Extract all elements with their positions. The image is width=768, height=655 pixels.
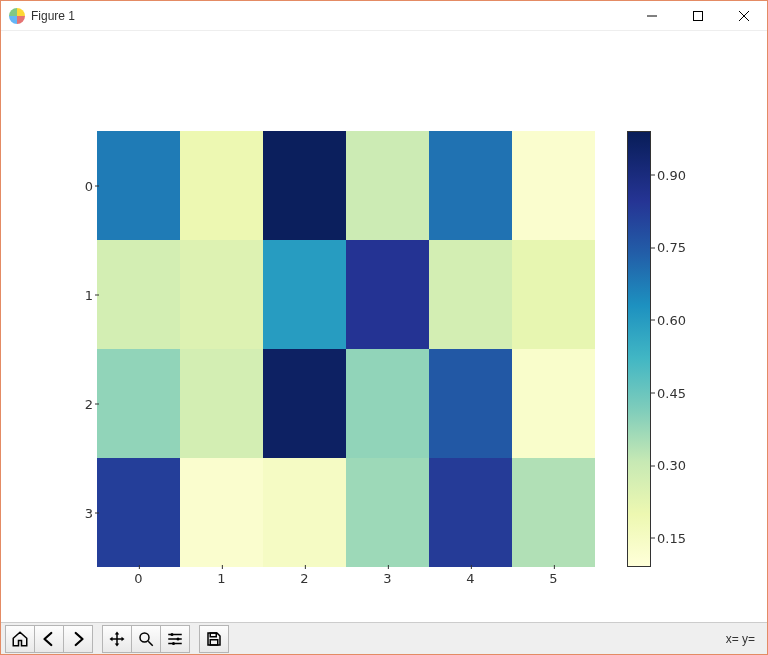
heatmap-cell — [97, 349, 180, 458]
configure-subplots-button[interactable] — [160, 625, 190, 653]
heatmap-cell — [97, 131, 180, 240]
save-icon — [205, 630, 223, 648]
svg-rect-0 — [694, 11, 703, 20]
close-button[interactable] — [721, 1, 767, 31]
x-tick-label: 0 — [134, 571, 142, 586]
heatmap-cell — [512, 349, 595, 458]
app-window: Figure 1 0123 012345 0.150.300.450.600.7… — [0, 0, 768, 655]
y-tick-label: 0 — [73, 178, 93, 193]
y-tick-label: 3 — [73, 505, 93, 520]
colorbar — [627, 131, 651, 567]
y-tick-label: 2 — [73, 396, 93, 411]
heatmap-cell — [263, 458, 346, 567]
y-tick-label: 1 — [73, 287, 93, 302]
heatmap-cell — [429, 458, 512, 567]
colorbar-tick-label: 0.30 — [657, 458, 686, 473]
move-icon — [108, 630, 126, 648]
maximize-button[interactable] — [675, 1, 721, 31]
heatmap-cell — [97, 458, 180, 567]
maximize-icon — [693, 11, 703, 21]
x-tick-label: 5 — [549, 571, 557, 586]
heatmap-cell — [346, 458, 429, 567]
zoom-icon — [137, 630, 155, 648]
x-tick-label: 3 — [383, 571, 391, 586]
pan-button[interactable] — [102, 625, 132, 653]
heatmap-cell — [180, 131, 263, 240]
heatmap-cell — [512, 458, 595, 567]
matplotlib-toolbar: x= y= — [1, 622, 767, 654]
svg-rect-6 — [210, 639, 218, 644]
home-button[interactable] — [5, 625, 35, 653]
svg-point-3 — [177, 637, 180, 640]
arrow-left-icon — [40, 630, 58, 648]
minimize-button[interactable] — [629, 1, 675, 31]
colorbar-tick-label: 0.60 — [657, 312, 686, 327]
heatmap-axes — [97, 131, 595, 567]
colorbar-tick-label: 0.75 — [657, 240, 686, 255]
heatmap-cell — [512, 131, 595, 240]
forward-button[interactable] — [63, 625, 93, 653]
colorbar-tick-label: 0.15 — [657, 530, 686, 545]
plot-canvas[interactable]: 0123 012345 0.150.300.450.600.750.90 — [1, 31, 767, 622]
svg-rect-5 — [210, 633, 216, 637]
heatmap-cell — [512, 240, 595, 349]
title-bar: Figure 1 — [1, 1, 767, 31]
back-button[interactable] — [34, 625, 64, 653]
colorbar-gradient — [628, 132, 650, 566]
svg-point-1 — [140, 633, 149, 642]
heatmap-cell — [429, 240, 512, 349]
svg-point-2 — [171, 633, 174, 636]
coordinate-readout: x= y= — [726, 632, 763, 646]
heatmap-cell — [429, 131, 512, 240]
x-tick-label: 1 — [217, 571, 225, 586]
heatmap-grid — [97, 131, 595, 567]
heatmap-cell — [180, 349, 263, 458]
svg-point-4 — [172, 642, 175, 645]
colorbar-tick-label: 0.45 — [657, 385, 686, 400]
heatmap-cell — [263, 131, 346, 240]
matplotlib-icon — [9, 8, 25, 24]
heatmap-cell — [180, 240, 263, 349]
heatmap-cell — [97, 240, 180, 349]
heatmap-cell — [429, 349, 512, 458]
sliders-icon — [166, 630, 184, 648]
heatmap-cell — [180, 458, 263, 567]
minimize-icon — [647, 11, 657, 21]
heatmap-cell — [263, 349, 346, 458]
save-button[interactable] — [199, 625, 229, 653]
x-tick-label: 4 — [466, 571, 474, 586]
close-icon — [739, 11, 749, 21]
heatmap-cell — [346, 349, 429, 458]
heatmap-cell — [346, 131, 429, 240]
heatmap-cell — [263, 240, 346, 349]
window-title: Figure 1 — [31, 9, 75, 23]
arrow-right-icon — [69, 630, 87, 648]
x-tick-label: 2 — [300, 571, 308, 586]
colorbar-tick-label: 0.90 — [657, 167, 686, 182]
zoom-button[interactable] — [131, 625, 161, 653]
home-icon — [11, 630, 29, 648]
heatmap-cell — [346, 240, 429, 349]
